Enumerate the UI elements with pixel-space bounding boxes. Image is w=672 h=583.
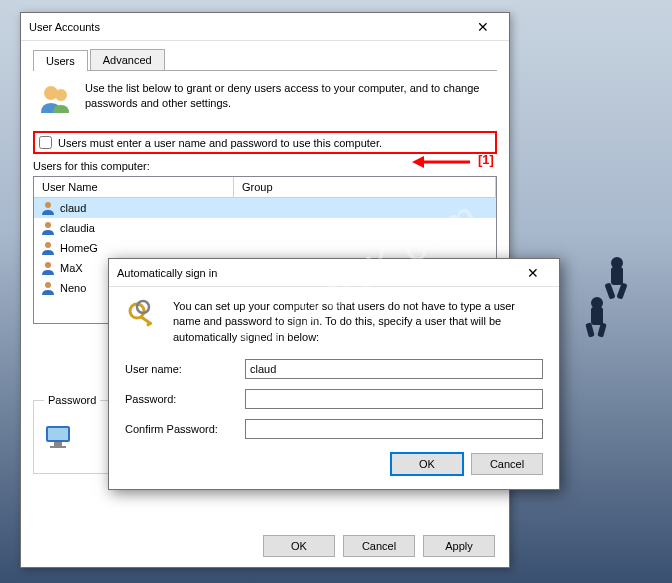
svg-rect-5 [591,307,603,325]
username-label: User name: [125,363,245,375]
svg-point-11 [45,222,51,228]
close-icon[interactable]: ✕ [515,263,551,283]
user-name: claudia [60,222,246,234]
svg-point-13 [45,262,51,268]
monitor-icon [42,420,78,456]
dialog-intro-text: You can set up your computer so that use… [173,299,543,345]
username-input[interactable] [245,359,543,379]
tab-advanced[interactable]: Advanced [90,49,165,70]
main-button-row: OK Cancel Apply [21,525,509,567]
svg-rect-1 [611,267,623,285]
column-header-group[interactable]: Group [234,177,496,197]
dialog-titlebar[interactable]: Automatically sign in ✕ [109,259,559,287]
list-item[interactable]: HomeG [34,238,496,258]
user-icon [40,280,56,296]
list-item[interactable]: claudia [34,218,496,238]
tab-users[interactable]: Users [33,50,88,71]
svg-rect-16 [48,428,68,440]
dialog-button-row: OK Cancel [125,453,543,475]
annotation-arrow [410,150,472,174]
titlebar[interactable]: User Accounts ✕ [21,13,509,41]
user-icon [40,200,56,216]
window-title: User Accounts [29,21,100,33]
user-name: claud [60,202,246,214]
password-input[interactable] [245,389,543,409]
intro-text: Use the list below to grant or deny user… [85,81,493,112]
confirm-password-label: Confirm Password: [125,423,245,435]
svg-rect-3 [616,282,627,299]
user-name: HomeG [60,242,246,254]
svg-point-12 [45,242,51,248]
dialog-cancel-button[interactable]: Cancel [471,453,543,475]
keys-icon [125,299,161,335]
users-icon [37,81,73,117]
annotation-label-1: [1] [478,152,494,167]
svg-point-9 [55,89,67,101]
password-group-label: Password [44,394,100,406]
cancel-button[interactable]: Cancel [343,535,415,557]
decorative-figures [567,245,647,345]
auto-signin-dialog: Automatically sign in ✕ You can set up y… [108,258,560,490]
tabs: Users Advanced [33,49,497,71]
close-icon[interactable]: ✕ [465,17,501,37]
svg-point-14 [45,282,51,288]
column-header-username[interactable]: User Name [34,177,234,197]
must-enter-password-checkbox[interactable] [39,136,52,149]
dialog-title: Automatically sign in [117,267,217,279]
ok-button[interactable]: OK [263,535,335,557]
user-icon [40,220,56,236]
password-label: Password: [125,393,245,405]
svg-rect-2 [604,282,615,299]
apply-button[interactable]: Apply [423,535,495,557]
svg-rect-18 [50,446,66,448]
svg-rect-17 [54,442,62,446]
svg-point-10 [45,202,51,208]
must-enter-password-label: Users must enter a user name and passwor… [58,137,382,149]
svg-marker-20 [412,156,424,168]
list-item[interactable]: claud [34,198,496,218]
confirm-password-input[interactable] [245,419,543,439]
user-icon [40,240,56,256]
dialog-ok-button[interactable]: OK [391,453,463,475]
user-icon [40,260,56,276]
